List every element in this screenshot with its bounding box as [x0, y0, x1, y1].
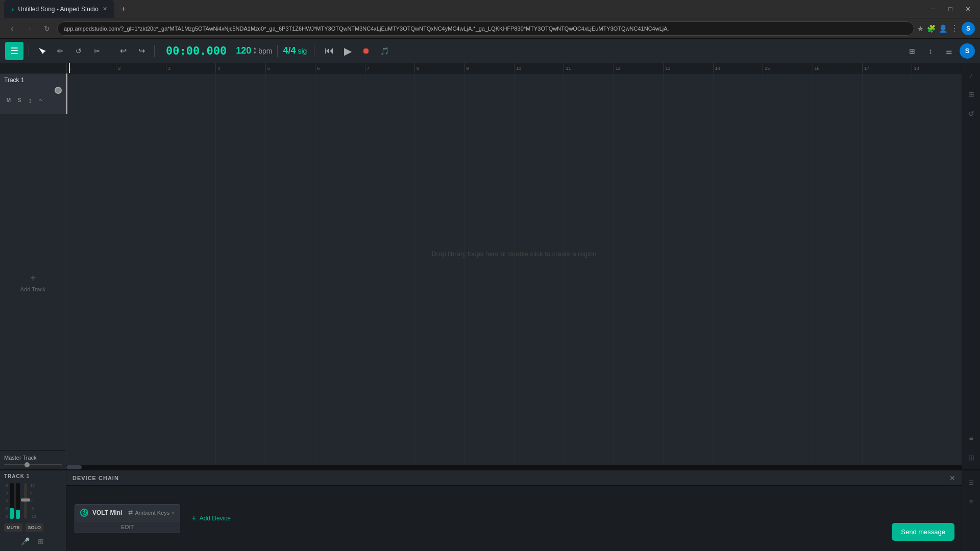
sidebar-settings-icon[interactable]: ⊞: [964, 450, 979, 465]
grid-line-4: [215, 73, 265, 114]
grid-line-14: [713, 73, 763, 114]
send-message-button[interactable]: Send message: [892, 523, 954, 541]
bottom-sidebar-icon-2[interactable]: ≡: [964, 494, 979, 509]
ruler-mark-2: 2: [116, 63, 165, 73]
address-bar-row: ‹ › ↻ ★ 🧩 👤 ⋮ S: [0, 18, 980, 39]
nav-back-button[interactable]: ‹: [5, 21, 19, 36]
track-1-header: Track 1 M S ↕ ~: [0, 73, 66, 114]
add-track-button[interactable]: + Add Track: [0, 114, 66, 450]
bottom-midi-icon[interactable]: ⊞: [34, 535, 47, 548]
track-1-eq-button[interactable]: ~: [36, 96, 45, 104]
new-tab-button[interactable]: +: [116, 2, 131, 16]
track-1-volume-knob[interactable]: [55, 87, 62, 94]
profile-icon[interactable]: 👤: [939, 24, 947, 33]
grid-line-empty-3: [166, 114, 215, 465]
user-profile-circle[interactable]: S: [962, 22, 975, 35]
settings-icon[interactable]: ⋮: [950, 23, 959, 33]
ruler-mark-17: 17: [862, 63, 912, 73]
window-close-button[interactable]: ✕: [960, 2, 976, 16]
extension-icon[interactable]: 🧩: [927, 24, 936, 33]
track-1-mute-button[interactable]: M: [4, 96, 13, 104]
undo-button[interactable]: ↩: [115, 43, 131, 59]
bottom-mic-icon[interactable]: 🎤: [19, 535, 32, 548]
time-sig-control[interactable]: 4/4 sig: [283, 45, 307, 56]
pencil-tool-button[interactable]: ✏: [53, 43, 68, 59]
bottom-mute-button[interactable]: MUTE: [4, 523, 22, 532]
grid-line-empty-13: [663, 114, 713, 465]
mixer-button[interactable]: ⚌: [941, 43, 957, 59]
ruler-mark-5: 5: [265, 63, 315, 73]
skip-back-button[interactable]: ⏮: [322, 43, 337, 59]
device-item-volt-mini: ⏻ VOLT Mini ⇄ Ambient Keys ▾ EDIT: [75, 504, 180, 533]
track-panel: Track 1 M S ↕ ~ + Add Track Master Track: [0, 63, 66, 469]
sidebar-loop-icon[interactable]: ↺: [964, 106, 979, 121]
window-maximize-button[interactable]: □: [942, 2, 959, 16]
ruler-mark-4: 4: [215, 63, 265, 73]
nav-forward-button[interactable]: ›: [22, 21, 37, 36]
grid-line-empty-7: [365, 114, 414, 465]
sidebar-library-icon[interactable]: ♪: [964, 67, 979, 83]
timeline-scrollbar[interactable]: [66, 465, 962, 469]
record-button[interactable]: ⏺: [358, 43, 374, 59]
ruler-mark-14: 14: [713, 63, 763, 73]
track-1-volume-button[interactable]: ↕: [26, 96, 35, 104]
grid-line-empty-11: [564, 114, 613, 465]
device-preset-arrow[interactable]: ▾: [172, 509, 175, 516]
tab-title: Untitled Song - Amped Studio: [18, 6, 99, 13]
grid-line-empty-10: [514, 114, 564, 465]
grid-line-2: [116, 73, 165, 114]
playhead: [66, 63, 72, 73]
loop-tool-button[interactable]: ↺: [71, 43, 86, 59]
metronome-button[interactable]: 🎵: [377, 43, 392, 59]
track-1-solo-button[interactable]: S: [15, 96, 24, 104]
device-name: VOLT Mini: [92, 509, 122, 516]
bottom-sidebar-icon-1[interactable]: ⊞: [964, 474, 979, 490]
bpm-control[interactable]: 120 ▲ ▼ bpm: [236, 45, 272, 56]
select-tool-button[interactable]: [34, 43, 50, 59]
grid-line-empty-8: [414, 114, 464, 465]
master-track-label: Master Track: [4, 455, 62, 461]
grid-line-18: [912, 73, 961, 114]
grid-line-6: [315, 73, 364, 114]
sidebar-grid-icon[interactable]: ⊞: [964, 87, 979, 102]
bookmark-icon[interactable]: ★: [917, 24, 924, 33]
right-sidebar: ♪ ⊞ ↺ ≡ ⊞: [962, 63, 980, 469]
grid-line-3: [166, 73, 215, 114]
grid-line-empty-5: [265, 114, 315, 465]
bottom-solo-button[interactable]: SOLO: [26, 523, 44, 532]
device-chain-header: DEVICE CHAIN ✕: [66, 470, 962, 486]
master-volume-slider[interactable]: [4, 464, 62, 465]
device-edit-button[interactable]: EDIT: [75, 521, 180, 533]
menu-button[interactable]: ☰: [5, 42, 23, 60]
track-1-row[interactable]: [66, 73, 962, 114]
time-display: 00:00.000: [160, 44, 233, 57]
grid-line-empty-4: [215, 114, 265, 465]
window-minimize-button[interactable]: −: [925, 2, 941, 16]
level-meter-right: [16, 483, 20, 519]
device-preset-name: Ambient Keys: [135, 510, 169, 516]
device-chain-close-button[interactable]: ✕: [949, 474, 955, 482]
track-1-name: Track 1: [4, 77, 62, 84]
cut-tool-button[interactable]: ✂: [89, 43, 105, 59]
snap-button[interactable]: ⊞: [904, 43, 920, 59]
grid-line-1: [66, 73, 116, 114]
address-input[interactable]: [57, 21, 914, 36]
time-sig-value: 4/4: [283, 45, 296, 56]
user-avatar[interactable]: S: [960, 43, 975, 59]
nav-reload-button[interactable]: ↻: [40, 21, 54, 36]
toolbar: ☰ ✏ ↺ ✂ ↩ ↪ 00:00.000 120 ▲ ▼ bpm 4/4 si…: [0, 39, 980, 63]
browser-chrome: ♪ Untitled Song - Amped Studio ✕ + − □ ✕: [0, 0, 980, 18]
channel-fader[interactable]: [24, 483, 27, 519]
tab-close-icon[interactable]: ✕: [103, 6, 107, 12]
browser-tab-active[interactable]: ♪ Untitled Song - Amped Studio ✕: [4, 0, 114, 18]
device-power-button[interactable]: ⏻: [80, 509, 88, 517]
grid-line-9: [464, 73, 514, 114]
sidebar-mixer-icon[interactable]: ≡: [964, 431, 979, 446]
ruler-mark-7: 7: [365, 63, 414, 73]
add-device-button[interactable]: + Add Device: [186, 511, 236, 526]
redo-button[interactable]: ↪: [134, 43, 149, 59]
quantize-button[interactable]: ↨: [923, 43, 938, 59]
grid-line-empty-1: [66, 114, 116, 465]
play-button[interactable]: ▶: [340, 43, 355, 59]
grid-line-empty-6: [315, 114, 364, 465]
